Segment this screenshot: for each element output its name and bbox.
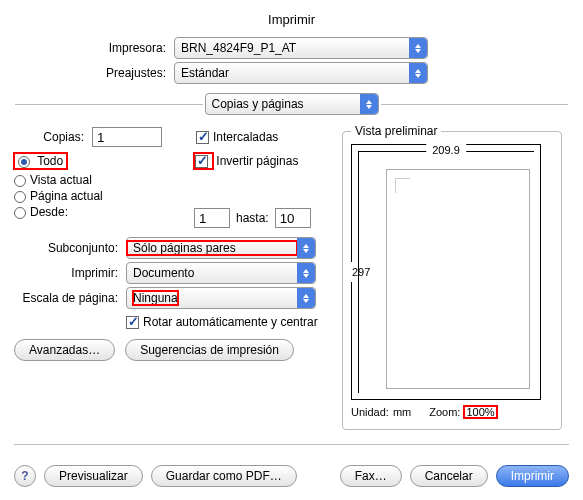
help-button[interactable]: ? <box>14 465 36 487</box>
dropdown-arrows-icon <box>297 288 315 308</box>
hints-button[interactable]: Sugerencias de impresión <box>125 339 294 361</box>
subset-value: Sólo páginas pares <box>127 241 297 255</box>
printer-label: Impresora: <box>14 41 174 55</box>
dropdown-arrows-icon <box>409 38 427 58</box>
autorotate-checkbox[interactable] <box>126 316 139 329</box>
dialog-title: Imprimir <box>14 12 569 27</box>
collate-checkbox[interactable] <box>196 131 209 144</box>
cancel-button[interactable]: Cancelar <box>410 465 488 487</box>
range-currentview-label: Vista actual <box>30 173 92 187</box>
zoom-value: 100% <box>464 406 496 418</box>
zoom-label: Zoom: <box>429 406 460 418</box>
dropdown-arrows-icon <box>297 238 315 258</box>
range-currentpage-label: Página actual <box>30 189 103 203</box>
printwhat-select[interactable]: Documento <box>126 262 316 284</box>
printwhat-label: Imprimir: <box>14 266 126 280</box>
printer-select[interactable]: BRN_4824F9_P1_AT <box>174 37 428 59</box>
presets-select[interactable]: Estándar <box>174 62 428 84</box>
scale-label: Escala de página: <box>14 291 126 305</box>
section-select[interactable]: Copias y páginas <box>205 93 379 115</box>
range-all-label: Todo <box>37 154 63 168</box>
save-pdf-button[interactable]: Guardar como PDF… <box>151 465 297 487</box>
reverse-label: Invertir páginas <box>216 154 298 168</box>
preview-area: 209.9 297 <box>351 144 541 400</box>
preview-sheet <box>386 169 530 389</box>
autorotate-label: Rotar automáticamente y centrar <box>143 315 318 329</box>
presets-label: Preajustes: <box>14 66 174 80</box>
range-to-label: hasta: <box>230 211 275 225</box>
range-all-radio[interactable] <box>18 156 30 168</box>
range-currentpage-radio[interactable] <box>14 191 26 203</box>
preview-groupbox: Vista preliminar 209.9 297 Unidad: mm Zo… <box>342 124 562 430</box>
collate-label: Intercaladas <box>213 130 278 144</box>
scale-select[interactable]: Ninguna <box>126 287 316 309</box>
unit-value: mm <box>393 406 411 418</box>
range-from-input[interactable] <box>194 208 230 228</box>
range-currentview-radio[interactable] <box>14 175 26 187</box>
advanced-button[interactable]: Avanzadas… <box>14 339 115 361</box>
range-to-input[interactable] <box>275 208 311 228</box>
range-from-label: Desde: <box>30 205 68 219</box>
printer-value: BRN_4824F9_P1_AT <box>175 41 409 55</box>
presets-value: Estándar <box>175 66 409 80</box>
printwhat-value: Documento <box>127 266 297 280</box>
dropdown-arrows-icon <box>360 94 378 114</box>
dropdown-arrows-icon <box>409 63 427 83</box>
dropdown-arrows-icon <box>297 263 315 283</box>
range-from-radio[interactable] <box>14 207 26 219</box>
reverse-checkbox[interactable] <box>195 155 208 168</box>
previsualize-button[interactable]: Previsualizar <box>44 465 143 487</box>
print-button[interactable]: Imprimir <box>496 465 569 487</box>
subset-label: Subconjunto: <box>14 241 126 255</box>
fax-button[interactable]: Fax… <box>340 465 402 487</box>
preview-legend: Vista preliminar <box>351 124 441 138</box>
preview-width: 209.9 <box>426 144 466 156</box>
subset-select[interactable]: Sólo páginas pares <box>126 237 316 259</box>
scale-value: Ninguna <box>127 291 297 305</box>
section-value: Copias y páginas <box>206 97 360 111</box>
preview-height: 297 <box>350 262 372 282</box>
copies-input[interactable] <box>92 127 162 147</box>
copies-label: Copias: <box>14 130 92 144</box>
unit-label: Unidad: <box>351 406 389 418</box>
